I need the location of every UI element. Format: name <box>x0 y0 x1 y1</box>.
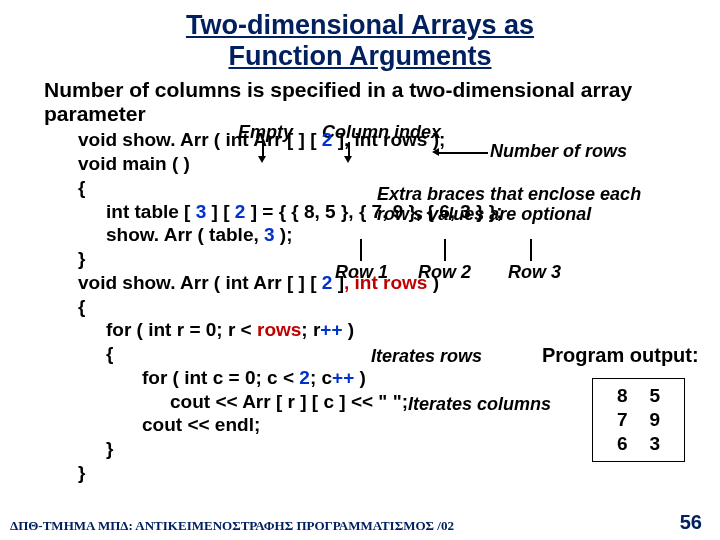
out-r2c2: 9 <box>640 409 671 431</box>
out-r3c1: 6 <box>607 433 638 455</box>
page-number: 56 <box>680 511 702 534</box>
code-line-5: show. Arr ( table, 3 ); <box>78 223 720 247</box>
code-line-8: { <box>78 295 720 319</box>
code-line-4: int table [ 3 ] [ 2 ] = { { 8, 5 }, { 7,… <box>78 200 720 224</box>
slide-title: Two-dimensional Arrays as Function Argum… <box>0 0 720 72</box>
code-line-2: void main ( ) <box>78 152 720 176</box>
out-r2c1: 7 <box>607 409 638 431</box>
title-line-1: Two-dimensional Arrays as <box>186 10 534 40</box>
output-table: 85 79 63 <box>605 383 672 457</box>
title-line-2: Function Arguments <box>229 41 492 71</box>
out-r1c2: 5 <box>640 385 671 407</box>
code-line-9: for ( int r = 0; r < rows; r++ ) <box>78 318 720 342</box>
code-line-7: void show. Arr ( int Arr [ ] [ 2 ], int … <box>78 271 720 295</box>
subtitle: Number of columns is specified in a two-… <box>44 78 720 126</box>
output-label: Program output: <box>542 344 699 367</box>
output-box: 85 79 63 <box>592 378 685 462</box>
code-line-15: } <box>78 461 720 485</box>
footer-text: ΔΠΘ-ΤΜΗΜΑ ΜΠΔ: ΑΝΤΙΚΕΙΜΕΝΟΣΤΡΑΦΗΣ ΠΡΟΓΡΑ… <box>10 518 454 534</box>
code-line-3: { <box>78 176 720 200</box>
code-line-6: } <box>78 247 720 271</box>
code-line-1: void show. Arr ( int Arr [ ] [ 2 ], int … <box>78 128 720 152</box>
out-r3c2: 3 <box>640 433 671 455</box>
out-r1c1: 8 <box>607 385 638 407</box>
